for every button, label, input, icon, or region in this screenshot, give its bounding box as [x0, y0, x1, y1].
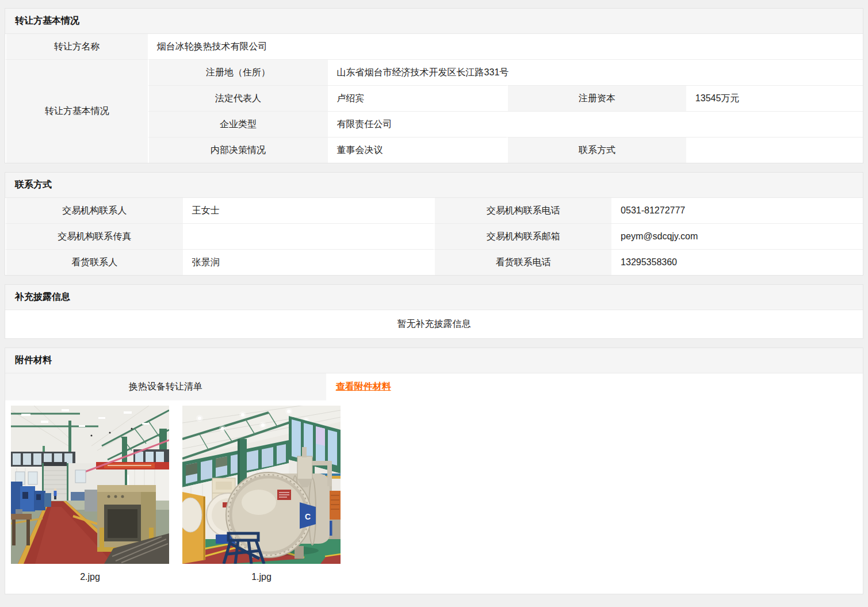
viewing-phone-label: 看货联系电话 [434, 249, 611, 275]
view-attachment-link[interactable]: 查看附件材料 [336, 381, 391, 393]
attachment-item-value: 查看附件材料 [326, 373, 863, 400]
attachment-gallery: 2.jpg [5, 400, 863, 594]
section-supplement-title: 补充披露信息 [5, 285, 863, 310]
attachment-row: 换热设备转让清单 查看附件材料 [5, 373, 863, 400]
legal-rep-value: 卢绍宾 [328, 85, 507, 111]
reg-capital-value: 13545万元 [686, 85, 863, 111]
transferor-table: 转让方名称 烟台冰轮换热技术有限公司 转让方基本情况 注册地（住所） 山东省烟台… [5, 34, 863, 163]
section-contact: 联系方式 交易机构联系人 王女士 交易机构联系电话 0531-81272777 … [5, 172, 863, 276]
legal-rep-label: 法定代表人 [148, 85, 328, 111]
svg-text:C: C [305, 512, 311, 521]
agency-email-value: peym@sdcqjy.com [611, 223, 863, 249]
section-attachments: 附件材料 换热设备转让清单 查看附件材料 [5, 348, 863, 594]
reg-capital-label: 注册资本 [507, 85, 686, 111]
contact-method-value [686, 137, 863, 163]
row-transferor-name: 转让方名称 烟台冰轮换热技术有限公司 [5, 34, 863, 59]
viewing-contact-label: 看货联系人 [5, 249, 183, 275]
reg-address-label: 注册地（住所） [148, 59, 328, 85]
transferor-group-label: 转让方基本情况 [5, 59, 148, 163]
agency-email-label: 交易机构联系邮箱 [434, 223, 611, 249]
agency-fax-label: 交易机构联系传真 [5, 223, 183, 249]
transferor-name-label: 转让方名称 [5, 34, 148, 59]
row-reg-address: 转让方基本情况 注册地（住所） 山东省烟台市经济技术开发区长江路331号 [5, 59, 863, 85]
agency-fax-value [183, 223, 434, 249]
contact-table: 交易机构联系人 王女士 交易机构联系电话 0531-81272777 交易机构联… [5, 198, 863, 275]
section-attachments-title: 附件材料 [5, 348, 863, 373]
company-type-value: 有限责任公司 [328, 111, 863, 137]
factory-vessels-photo[interactable]: C [182, 406, 341, 564]
attachment-caption: 1.jpg [182, 564, 341, 582]
section-contact-title: 联系方式 [5, 173, 863, 198]
row-agency-fax: 交易机构联系传真 交易机构联系邮箱 peym@sdcqjy.com [5, 223, 863, 249]
reg-address-value: 山东省烟台市经济技术开发区长江路331号 [328, 59, 863, 85]
agency-contact-value: 王女士 [183, 198, 434, 223]
decision-value: 董事会决议 [328, 137, 507, 163]
decision-label: 内部决策情况 [148, 137, 328, 163]
agency-phone-value: 0531-81272777 [611, 198, 863, 223]
contact-method-label: 联系方式 [507, 137, 686, 163]
row-viewing-contact: 看货联系人 张景润 看货联系电话 13295358360 [5, 249, 863, 275]
agency-phone-label: 交易机构联系电话 [434, 198, 611, 223]
section-transferor: 转让方基本情况 转让方名称 烟台冰轮换热技术有限公司 转让方基本情况 注册地（住… [5, 8, 863, 163]
attachment-caption: 2.jpg [11, 564, 169, 582]
section-transferor-title: 转让方基本情况 [5, 9, 863, 34]
viewing-phone-value: 13295358360 [611, 249, 863, 275]
row-agency-contact: 交易机构联系人 王女士 交易机构联系电话 0531-81272777 [5, 198, 863, 223]
transferor-name-value: 烟台冰轮换热技术有限公司 [148, 34, 863, 59]
attachment-thumb-2jpg[interactable]: 2.jpg [11, 406, 169, 582]
agency-contact-label: 交易机构联系人 [5, 198, 183, 223]
company-type-label: 企业类型 [148, 111, 328, 137]
factory-aisle-photo[interactable] [11, 406, 169, 564]
section-supplement: 补充披露信息 暂无补充披露信息 [5, 284, 863, 339]
viewing-contact-value: 张景润 [183, 249, 434, 275]
attachment-item-label: 换热设备转让清单 [5, 373, 326, 400]
supplement-empty-text: 暂无补充披露信息 [5, 310, 863, 338]
page: 转让方基本情况 转让方名称 烟台冰轮换热技术有限公司 转让方基本情况 注册地（住… [0, 0, 868, 594]
attachment-thumb-1jpg[interactable]: C 1.jpg [182, 406, 341, 582]
